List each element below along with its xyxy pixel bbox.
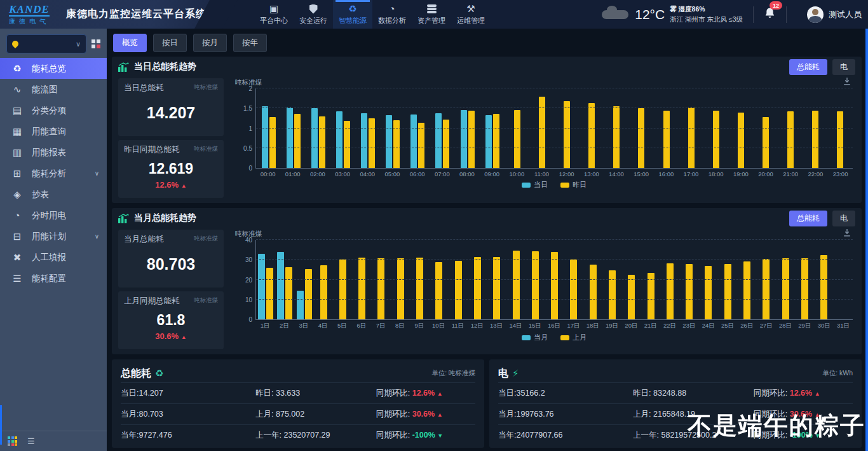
bar-group[interactable] — [622, 240, 641, 319]
manual-entry-icon: ✖ — [11, 252, 23, 263]
notification-bell-button[interactable]: 12 — [764, 7, 776, 22]
bar-group[interactable] — [778, 88, 803, 168]
bar-group[interactable] — [660, 240, 679, 319]
legend-item-上月[interactable]: 上月 — [560, 333, 587, 342]
bar-group[interactable] — [449, 240, 468, 319]
bar-group[interactable] — [281, 88, 306, 168]
bar-group[interactable] — [654, 88, 679, 168]
bar-group[interactable] — [505, 88, 529, 168]
sidebar-item-用能报表[interactable]: ▥用能报表 — [0, 142, 107, 163]
legend-item-当月[interactable]: 当月 — [522, 333, 548, 342]
bar-group[interactable] — [330, 88, 355, 168]
tab-按日[interactable]: 按日 — [153, 34, 187, 52]
menu-list-button[interactable]: ☰ — [27, 436, 35, 446]
sidebar-item-用能查询[interactable]: ▦用能查询 — [0, 121, 107, 142]
sidebar-item-分类分项[interactable]: ▤分类分项 — [0, 100, 107, 121]
bar-group[interactable] — [641, 240, 660, 319]
bar-group[interactable] — [545, 240, 564, 319]
bar-group[interactable] — [564, 240, 583, 319]
bar-group[interactable] — [529, 88, 554, 168]
scrollbar[interactable] — [865, 29, 868, 451]
legend-item-当日[interactable]: 当日 — [522, 180, 548, 190]
bar-group[interactable] — [718, 240, 737, 319]
sidebar-item-能流图[interactable]: ∿能流图 — [0, 79, 107, 100]
bar-group[interactable] — [430, 240, 449, 319]
tab-概览[interactable]: 概览 — [113, 34, 147, 52]
bar-group[interactable] — [306, 88, 330, 168]
x-tick-label: 6日 — [352, 322, 371, 330]
sidebar-item-能耗总览[interactable]: ♻能耗总览 — [0, 58, 107, 79]
top-nav-item-数据分析[interactable]: ◔数据分析 — [372, 0, 412, 29]
bar-上月 — [667, 263, 674, 319]
bar-group[interactable] — [410, 240, 429, 319]
bar-group[interactable] — [391, 240, 410, 319]
sidebar-item-能耗分析[interactable]: ⊞能耗分析∨ — [0, 163, 107, 184]
location-select[interactable]: ∨ — [6, 34, 86, 53]
bar-group[interactable] — [828, 88, 853, 168]
legend-item-昨日[interactable]: 昨日 — [560, 180, 587, 190]
top-nav-item-安全运行[interactable]: 安全运行 — [294, 0, 333, 29]
bar-group[interactable] — [604, 88, 629, 168]
bar-group[interactable] — [526, 240, 545, 319]
bar-group[interactable] — [602, 240, 621, 319]
x-tick-label: 29日 — [795, 322, 814, 330]
bar-group[interactable] — [815, 240, 834, 319]
bar-group[interactable] — [754, 88, 778, 168]
bar-group[interactable] — [381, 88, 405, 168]
logo[interactable]: KANDE 康德电气 — [9, 4, 50, 25]
bar-group[interactable] — [580, 88, 604, 168]
metric-button-电[interactable]: 电 — [832, 59, 855, 75]
bar-group[interactable] — [468, 240, 487, 319]
bar-group[interactable] — [333, 240, 352, 319]
bar-group[interactable] — [699, 240, 718, 319]
bar-group[interactable] — [352, 240, 371, 319]
bar-group[interactable] — [480, 88, 505, 168]
bar-group[interactable] — [356, 88, 381, 168]
download-icon[interactable] — [843, 228, 851, 240]
top-nav-item-平台中心[interactable]: ▣平台中心 — [254, 0, 294, 29]
tab-按月[interactable]: 按月 — [193, 34, 227, 52]
bar-group[interactable] — [583, 240, 602, 319]
top-nav-item-运维管理[interactable]: ⚒运维管理 — [451, 0, 491, 29]
metric-button-总能耗[interactable]: 总能耗 — [789, 59, 827, 75]
bar-group[interactable] — [256, 240, 275, 319]
download-icon[interactable] — [843, 77, 851, 88]
top-nav-item-资产管理[interactable]: 资产管理 — [412, 0, 451, 29]
bar-group[interactable] — [679, 88, 703, 168]
sidebar-item-抄表[interactable]: ◈抄表 — [0, 184, 107, 205]
bar-group[interactable] — [680, 240, 699, 319]
sidebar-item-分时用电[interactable]: ◔分时用电 — [0, 205, 107, 226]
top-nav-item-智慧能源[interactable]: ♻智慧能源 — [333, 0, 372, 29]
bar-group[interactable] — [803, 88, 828, 168]
bar-group[interactable] — [737, 240, 756, 319]
sidebar-item-用能计划[interactable]: ⊟用能计划∨ — [0, 226, 107, 247]
sidebar-item-人工填报[interactable]: ✖人工填报 — [0, 247, 107, 268]
summary-cell-ratio: 同期环比: 30.6% ▲ — [754, 409, 853, 420]
bar-group[interactable] — [629, 88, 654, 168]
bar-group[interactable] — [776, 240, 795, 319]
bar-group[interactable] — [555, 88, 580, 168]
bar-group[interactable] — [506, 240, 526, 319]
bar-group[interactable] — [455, 88, 480, 168]
bar-group[interactable] — [295, 240, 314, 319]
grid-view-button[interactable] — [92, 39, 100, 48]
bar-group[interactable] — [728, 88, 753, 168]
bar-group[interactable] — [372, 240, 391, 319]
metric-button-电[interactable]: 电 — [832, 211, 855, 226]
bar-group[interactable] — [834, 240, 853, 319]
user-menu[interactable]: 测试人员 — [807, 6, 862, 23]
left-edge-accent — [0, 405, 2, 445]
metric-button-总能耗[interactable]: 总能耗 — [789, 211, 827, 226]
bar-group[interactable] — [275, 240, 294, 319]
apps-grid-button[interactable] — [8, 436, 17, 446]
bar-group[interactable] — [256, 88, 281, 168]
tab-按年[interactable]: 按年 — [233, 34, 267, 52]
sidebar-item-能耗配置[interactable]: ☰能耗配置 — [0, 268, 107, 289]
bar-group[interactable] — [757, 240, 776, 319]
bar-group[interactable] — [405, 88, 430, 168]
bar-group[interactable] — [487, 240, 506, 319]
bar-group[interactable] — [703, 88, 728, 168]
bar-group[interactable] — [795, 240, 814, 319]
bar-group[interactable] — [430, 88, 455, 168]
bar-group[interactable] — [314, 240, 333, 319]
